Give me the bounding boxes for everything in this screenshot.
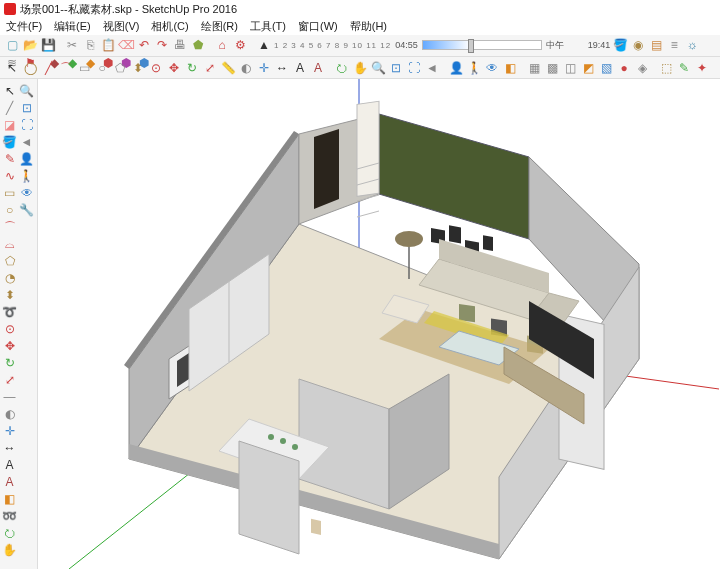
time-handle[interactable] [468, 39, 474, 53]
arc-button[interactable]: ⌒ [58, 60, 74, 76]
freehand-button[interactable]: ∿ [2, 168, 17, 183]
zoom-button[interactable]: 🔍 [370, 60, 386, 76]
prev-button[interactable]: ◄ [424, 60, 440, 76]
paint-button[interactable]: 🪣 [2, 134, 17, 149]
undo-button[interactable]: ↶ [136, 37, 152, 53]
poly-button[interactable]: ⬠ [2, 253, 17, 268]
shadow-button[interactable]: ☼ [684, 37, 700, 53]
line-button[interactable]: ╱ [2, 100, 17, 115]
rect-button[interactable]: ▭ [76, 60, 92, 76]
orbit-button[interactable]: ⭮ [334, 60, 350, 76]
open-button[interactable]: 📂 [22, 37, 38, 53]
arc-button[interactable]: ⌒ [2, 219, 17, 234]
layer-button[interactable]: ▤ [648, 37, 664, 53]
warehouse-button[interactable]: ⌂ [214, 37, 230, 53]
ext-button[interactable]: ⚙ [232, 37, 248, 53]
section-button[interactable]: ◧ [502, 60, 518, 76]
erase-button[interactable]: ⌫ [118, 37, 134, 53]
select2-button[interactable]: ↖ [4, 60, 20, 76]
move-button[interactable]: ✥ [166, 60, 182, 76]
style2-button[interactable]: ▩ [544, 60, 560, 76]
outliner-button[interactable]: ≡ [666, 37, 682, 53]
zoomext-button[interactable]: ⛶ [406, 60, 422, 76]
look-button[interactable]: 👁 [19, 185, 34, 200]
dim-button[interactable]: ↔ [2, 440, 17, 455]
offset-button[interactable]: ⊙ [148, 60, 164, 76]
circle-button[interactable]: ○ [2, 202, 17, 217]
poly-button[interactable]: ⬠ [112, 60, 128, 76]
copy-button[interactable]: ⎘ [82, 37, 98, 53]
circle-button[interactable]: ○ [94, 60, 110, 76]
model-button[interactable]: ⬟ [190, 37, 206, 53]
menu-item[interactable]: 工具(T) [250, 19, 286, 34]
dim-button[interactable]: ↔ [274, 60, 290, 76]
line-button[interactable]: ╱ [40, 60, 56, 76]
style4-button[interactable]: ◩ [580, 60, 596, 76]
menu-item[interactable]: 文件(F) [6, 19, 42, 34]
pan-button[interactable]: ✋ [2, 542, 17, 557]
style6-button[interactable]: ● [616, 60, 632, 76]
viewport[interactable] [38, 79, 720, 569]
offset-button[interactable]: ⊙ [2, 321, 17, 336]
menu-item[interactable]: 相机(C) [151, 19, 188, 34]
look-button[interactable]: 👁 [484, 60, 500, 76]
rotate-button[interactable]: ↻ [184, 60, 200, 76]
axes-button[interactable]: ✛ [2, 423, 17, 438]
zoomw-button[interactable]: ⊡ [19, 100, 34, 115]
menu-item[interactable]: 绘图(R) [201, 19, 238, 34]
menu-item[interactable]: 窗口(W) [298, 19, 338, 34]
select-button[interactable]: ▲ [256, 37, 272, 53]
3dtext-button[interactable]: A [310, 60, 326, 76]
explode-button[interactable]: ✦ [694, 60, 710, 76]
walk-button[interactable]: 🚶 [19, 168, 34, 183]
tape-button[interactable]: — [2, 389, 17, 404]
rect-button[interactable]: ▭ [2, 185, 17, 200]
comp-make-button[interactable]: ⬚ [658, 60, 674, 76]
menu-item[interactable]: 编辑(E) [54, 19, 91, 34]
orbit-button[interactable]: ⭮ [2, 525, 17, 540]
protractor-button[interactable]: ◐ [238, 60, 254, 76]
axes-button[interactable]: ✛ [256, 60, 272, 76]
prev-button[interactable]: ◄ [19, 134, 34, 149]
move-button[interactable]: ✥ [2, 338, 17, 353]
pos-button[interactable]: 👤 [19, 151, 34, 166]
scale-button[interactable]: ⤢ [2, 372, 17, 387]
xray-button[interactable]: ◈ [634, 60, 650, 76]
comp-edit-button[interactable]: ✎ [676, 60, 692, 76]
pencil-button[interactable]: ✎ [2, 151, 17, 166]
3dt-button[interactable]: A [2, 474, 17, 489]
redo-button[interactable]: ↷ [154, 37, 170, 53]
zoome-button[interactable]: ⛶ [19, 117, 34, 132]
sample-button[interactable]: ◉ [630, 37, 646, 53]
position-button[interactable]: 👤 [448, 60, 464, 76]
text-button[interactable]: A [2, 457, 17, 472]
paste-button[interactable]: 📋 [100, 37, 116, 53]
select-button[interactable]: ↖ [2, 83, 17, 98]
pan-button[interactable]: ✋ [352, 60, 368, 76]
eraser-button[interactable]: ◪ [2, 117, 17, 132]
follow2-button[interactable]: ➿ [2, 508, 17, 523]
print-button[interactable]: 🖶 [172, 37, 188, 53]
time-track[interactable] [422, 40, 542, 50]
tape-button[interactable]: 📏 [220, 60, 236, 76]
style5-button[interactable]: ▧ [598, 60, 614, 76]
menu-item[interactable]: 视图(V) [103, 19, 140, 34]
lasso-button[interactable]: ◯ [22, 60, 38, 76]
menu-item[interactable]: 帮助(H) [350, 19, 387, 34]
style3-button[interactable]: ◫ [562, 60, 578, 76]
walk-button[interactable]: 🚶 [466, 60, 482, 76]
save-button[interactable]: 💾 [40, 37, 56, 53]
paint-button[interactable]: 🪣 [612, 37, 628, 53]
push-button[interactable]: ⬍ [2, 287, 17, 302]
scale-button[interactable]: ⤢ [202, 60, 218, 76]
push-button[interactable]: ⬍ [130, 60, 146, 76]
rotate-button[interactable]: ↻ [2, 355, 17, 370]
tool-button[interactable]: 🔧 [19, 202, 34, 217]
arc2-button[interactable]: ⌓ [2, 236, 17, 251]
style1-button[interactable]: ▦ [526, 60, 542, 76]
follow-button[interactable]: ➰ [2, 304, 17, 319]
prot-button[interactable]: ◐ [2, 406, 17, 421]
zoomwin-button[interactable]: ⊡ [388, 60, 404, 76]
shadow-timeline[interactable]: 1 2 3 4 5 6 7 8 9 10 11 1204:55中午19:41 [274, 39, 610, 52]
pie-button[interactable]: ◔ [2, 270, 17, 285]
